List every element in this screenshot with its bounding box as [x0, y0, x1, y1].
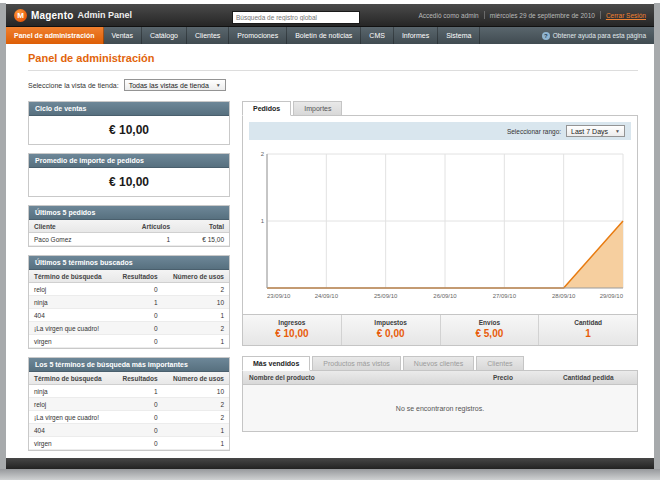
nav-menu: Panel de administraciónVentasCatálogoCli… [6, 27, 480, 44]
table-cell: 1 [163, 335, 229, 348]
bottom-tab-3[interactable]: Clientes [476, 356, 523, 371]
nav-item-4[interactable]: Promociones [229, 27, 287, 44]
stat-label: Ingresos [243, 319, 341, 326]
table-row[interactable]: Paco Gomez1€ 15,00 [29, 233, 229, 246]
header-bar: M Magento Admin Panel Accedió como admin… [6, 4, 654, 27]
table-row[interactable]: 40401 [29, 309, 229, 322]
stat-label: Impuestos [342, 319, 440, 326]
table-cell: € 15,00 [175, 233, 229, 246]
table-row[interactable]: virgen01 [29, 335, 229, 348]
stat-value: 1 [539, 328, 637, 339]
table-row[interactable]: 40401 [29, 424, 229, 437]
tab-importes[interactable]: Importes [293, 101, 342, 116]
lifetime-sales-panel: Ciclo de ventas € 10,00 [28, 101, 230, 145]
global-search [232, 6, 360, 24]
table-cell: 0 [114, 309, 163, 322]
panel-title: Los 5 términos de búsqueda más important… [29, 358, 229, 372]
lifetime-sales-value: € 10,00 [29, 116, 229, 144]
bottom-tab-1[interactable]: Productos más vistos [312, 356, 401, 371]
nav-item-5[interactable]: Boletín de noticias [287, 27, 361, 44]
nav-item-6[interactable]: CMS [361, 27, 394, 44]
svg-text:2: 2 [261, 151, 265, 157]
table-cell: reloj [29, 398, 114, 411]
table-cell: 404 [29, 309, 114, 322]
global-search-input[interactable] [232, 11, 360, 24]
dash-tabs: Pedidos Importes [242, 101, 638, 116]
logout-link[interactable]: Cerrar Sesión [606, 12, 646, 19]
stat-2: Envíos€ 5,00 [440, 315, 539, 345]
svg-text:28/09/10: 28/09/10 [552, 293, 576, 299]
table-cell: ¡La virgen que cuadro! [29, 411, 114, 424]
brand-product: Admin Panel [78, 10, 133, 20]
stat-3: Cantidad1 [538, 315, 637, 345]
logged-in-text: Accedió como admin [418, 12, 478, 19]
table-row[interactable]: reloj02 [29, 283, 229, 296]
tab-pedidos[interactable]: Pedidos [242, 101, 291, 116]
last-orders-table: ClienteArtículosTotalPaco Gomez1€ 15,00 [29, 220, 229, 246]
orders-dashboard-box: Seleccionar rango: Last 7 Days ▼ 1223/09… [242, 115, 638, 346]
last-search-terms-panel: Últimos 5 términos buscados Término de b… [28, 255, 230, 349]
table-row[interactable]: ¡La virgen que cuadro!02 [29, 322, 229, 335]
average-orders-value: € 10,00 [29, 168, 229, 196]
table-cell: 1 [163, 437, 229, 450]
nav-item-3[interactable]: Clientes [187, 27, 229, 44]
orders-chart: 1223/09/1024/09/1025/09/1026/09/1027/09/… [249, 146, 631, 308]
table-header-row: Término de búsquedaResultadosNúmero de u… [29, 270, 229, 283]
table-cell: 1 [114, 385, 163, 398]
top-search-table: Término de búsquedaResultadosNúmero de u… [29, 372, 229, 450]
table-cell: 1 [114, 296, 163, 309]
range-select[interactable]: Last 7 Days ▼ [566, 125, 625, 137]
column-header: Resultados [114, 270, 163, 283]
table-cell: 1 [163, 309, 229, 322]
col-price: Precio [487, 371, 557, 384]
separator [600, 11, 601, 19]
stat-label: Envíos [441, 319, 539, 326]
table-cell: 0 [114, 322, 163, 335]
products-grid: Nombre del producto Precio Cantidad pedi… [242, 370, 638, 432]
admin-page: M Magento Admin Panel Accedió como admin… [6, 4, 654, 469]
table-cell: 2 [163, 398, 229, 411]
store-view-row: Seleccione la vista de tienda: Todas las… [28, 79, 638, 91]
table-cell: 0 [114, 411, 163, 424]
grid-empty-message: No se encontraron registros. [243, 385, 637, 431]
nav-item-1[interactable]: Ventas [104, 27, 142, 44]
svg-text:29/09/10: 29/09/10 [600, 293, 624, 299]
stat-value: € 0,00 [342, 328, 440, 339]
table-cell: 404 [29, 424, 114, 437]
table-row[interactable]: ¡La virgen que cuadro!02 [29, 411, 229, 424]
stats-row: Ingresos€ 10,00Impuestos€ 0,00Envíos€ 5,… [243, 314, 637, 345]
table-row[interactable]: reloj02 [29, 398, 229, 411]
stat-value: € 5,00 [441, 328, 539, 339]
nav-item-7[interactable]: Informes [394, 27, 438, 44]
stat-label: Cantidad [539, 319, 637, 326]
nav-item-0[interactable]: Panel de administración [6, 27, 104, 44]
table-header-row: Término de búsquedaResultadosNúmero de u… [29, 372, 229, 385]
nav-item-2[interactable]: Catálogo [142, 27, 187, 44]
table-cell: ¡La virgen que cuadro! [29, 322, 114, 335]
table-row[interactable]: ninja110 [29, 385, 229, 398]
bottom-tab-0[interactable]: Más vendidos [242, 356, 310, 371]
top-search-terms-panel: Los 5 términos de búsqueda más important… [28, 357, 230, 451]
bottom-tabs: Más vendidosProductos más vistosNuevos c… [242, 356, 638, 371]
orders-chart-svg: 1223/09/1024/09/1025/09/1026/09/1027/09/… [249, 146, 631, 304]
help-link[interactable]: ? Obtener ayuda para esta página [542, 27, 654, 44]
nav-item-8[interactable]: Sistema [438, 27, 480, 44]
table-cell: 0 [114, 437, 163, 450]
panel-title: Últimos 5 pedidos [29, 206, 229, 220]
nav-bar: Panel de administraciónVentasCatálogoCli… [6, 27, 654, 44]
column-header: Total [175, 220, 229, 233]
table-row[interactable]: virgen01 [29, 437, 229, 450]
table-cell: 0 [114, 283, 163, 296]
table-cell: Paco Gomez [29, 233, 110, 246]
chevron-down-icon: ▼ [615, 128, 620, 134]
svg-text:25/09/10: 25/09/10 [374, 293, 398, 299]
divider [28, 70, 638, 71]
page-title: Panel de administración [28, 52, 638, 64]
store-view-select[interactable]: Todas las vistas de tienda ▼ [124, 79, 226, 91]
date-text: miércoles 29 de septiembre de 2010 [490, 12, 595, 19]
table-cell: 2 [163, 322, 229, 335]
table-cell: ninja [29, 385, 114, 398]
bottom-tab-2[interactable]: Nuevos clientes [403, 356, 474, 371]
help-icon: ? [542, 32, 550, 40]
table-row[interactable]: ninja110 [29, 296, 229, 309]
